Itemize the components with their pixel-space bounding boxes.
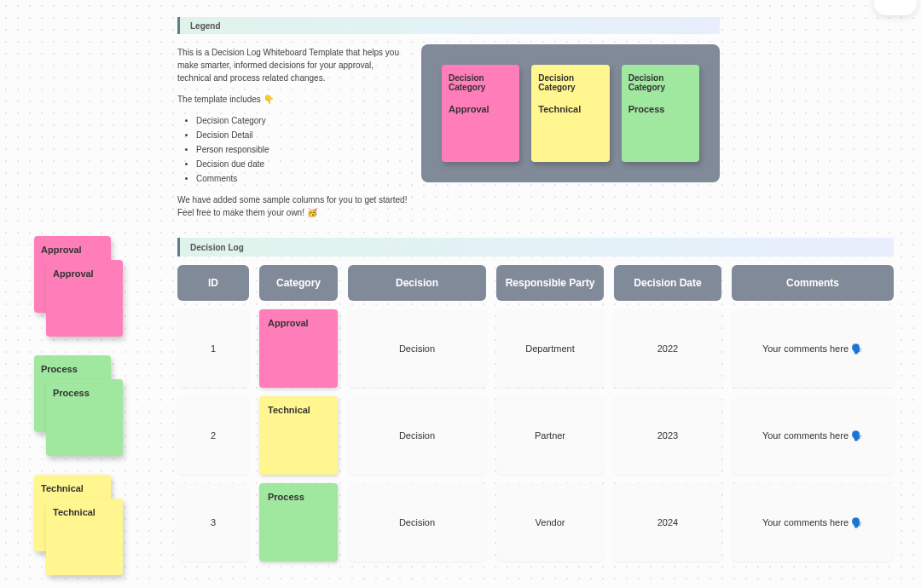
side-stack-technical[interactable]: Technical Technical xyxy=(34,475,125,577)
cell-date: 2023 xyxy=(614,396,721,475)
legend-bullet: Decision Category xyxy=(196,114,409,127)
cell-date: 2024 xyxy=(614,483,721,562)
cell-comments: Your comments here 🗣️ xyxy=(732,396,894,475)
legend-bullet: Person responsible xyxy=(196,143,409,156)
legend-card-process[interactable]: Decision Category Process xyxy=(622,65,699,162)
cell-id: 1 xyxy=(177,309,249,388)
legend-title: Legend xyxy=(177,17,720,34)
legend-card-approval[interactable]: Decision Category Approval xyxy=(442,65,519,162)
legend-card-technical[interactable]: Decision Category Technical xyxy=(531,65,609,162)
decision-log-section: Decision Log ID Category Decision Respon… xyxy=(177,238,894,562)
col-date: Decision Date xyxy=(614,265,721,301)
cell-category[interactable]: Technical xyxy=(259,396,338,475)
legend-bullet: Decision due date xyxy=(196,158,409,170)
card-heading: Decision Category xyxy=(538,73,602,92)
col-id: ID xyxy=(177,265,249,301)
legend-bullet: Comments xyxy=(196,172,409,185)
card-value: Approval xyxy=(449,104,513,114)
cell-responsible: Partner xyxy=(496,396,604,475)
cell-id: 2 xyxy=(177,396,249,475)
legend-includes: The template includes 👇 xyxy=(177,93,409,106)
legend-section: Legend This is a Decision Log Whiteboard… xyxy=(177,17,720,228)
card-heading: Decision Category xyxy=(449,73,513,92)
sticky-approval-front[interactable]: Approval xyxy=(46,260,123,337)
cell-comments: Your comments here 🗣️ xyxy=(732,309,894,388)
col-comments: Comments xyxy=(732,265,894,301)
cell-decision: Decision xyxy=(348,483,486,562)
table-row[interactable]: 2 Technical Decision Partner 2023 Your c… xyxy=(177,396,894,475)
card-heading: Decision Category xyxy=(628,73,692,92)
legend-bullet: Decision Detail xyxy=(196,129,409,141)
legend-outro: We have added some sample columns for yo… xyxy=(177,193,409,219)
table-row[interactable]: 1 Approval Decision Department 2022 Your… xyxy=(177,309,894,388)
legend-intro: This is a Decision Log Whiteboard Templa… xyxy=(177,46,409,84)
side-stack-process[interactable]: Process Process xyxy=(34,355,125,458)
side-stack-approval[interactable]: Approval Approval xyxy=(34,236,125,338)
cell-date: 2022 xyxy=(614,309,721,388)
col-decision: Decision xyxy=(348,265,486,301)
cell-decision: Decision xyxy=(348,396,486,475)
decision-log-grid: ID Category Decision Responsible Party D… xyxy=(177,265,894,562)
legend-text: This is a Decision Log Whiteboard Templa… xyxy=(177,44,409,228)
card-value: Technical xyxy=(538,104,602,114)
cell-decision: Decision xyxy=(348,309,486,388)
cell-category[interactable]: Process xyxy=(259,483,338,562)
header-row: ID Category Decision Responsible Party D… xyxy=(177,265,894,301)
cell-responsible: Vendor xyxy=(496,483,604,562)
sticky-technical-front[interactable]: Technical xyxy=(46,499,123,575)
cell-comments: Your comments here 🗣️ xyxy=(732,483,894,562)
cell-id: 3 xyxy=(177,483,249,562)
cell-responsible: Department xyxy=(496,309,604,388)
card-value: Process xyxy=(628,104,692,114)
table-row[interactable]: 3 Process Decision Vendor 2024 Your comm… xyxy=(177,483,894,562)
col-category: Category xyxy=(259,265,338,301)
decision-log-title: Decision Log xyxy=(177,238,894,257)
cell-category[interactable]: Approval xyxy=(259,309,338,388)
col-responsible: Responsible Party xyxy=(496,265,604,301)
toolbar-ghost xyxy=(874,0,917,15)
legend-cards: Decision Category Approval Decision Cate… xyxy=(421,44,720,182)
sticky-process-front[interactable]: Process xyxy=(46,379,123,456)
